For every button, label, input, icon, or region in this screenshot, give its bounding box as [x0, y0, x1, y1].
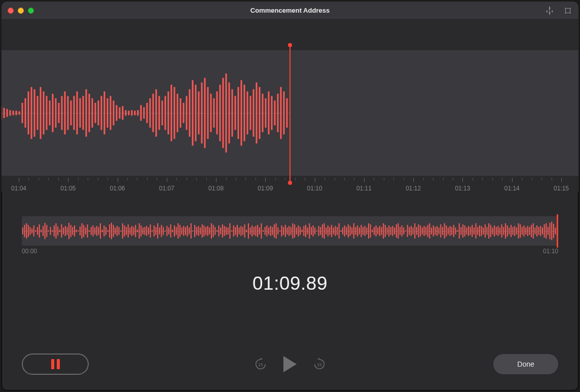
- pause-icon: [51, 359, 60, 369]
- overview-cursor[interactable]: [557, 214, 558, 248]
- titlebar: Commencement Address: [2, 2, 578, 20]
- pause-recording-button[interactable]: [22, 354, 89, 375]
- ruler-tick: 01:14: [504, 178, 520, 192]
- skip-forward-15-button[interactable]: 15: [312, 357, 327, 372]
- done-button-label: Done: [517, 360, 534, 368]
- overview-start-time: 00:00: [22, 248, 37, 255]
- ruler-tick: 01:05: [60, 178, 76, 192]
- window-controls: [8, 8, 34, 14]
- ruler-tick: 01:12: [406, 178, 421, 192]
- ruler-tick: 01:06: [110, 178, 125, 192]
- time-ruler: 01:0401:0501:0601:0701:0801:0901:1001:11…: [2, 178, 578, 192]
- ruler-tick: 01:13: [455, 178, 470, 192]
- voice-memos-window: Commencement Address 01:0: [2, 2, 578, 390]
- skip-back-15-button[interactable]: 15: [253, 357, 268, 372]
- waveform-zoom-view[interactable]: 01:0401:0501:0601:0701:0801:0901:1001:11…: [2, 20, 578, 192]
- enhance-icon[interactable]: [545, 6, 554, 15]
- trim-icon[interactable]: [563, 6, 572, 15]
- ruler-tick: 01:10: [307, 178, 322, 192]
- zoom-window-button[interactable]: [28, 8, 34, 14]
- svg-text:15: 15: [317, 362, 322, 367]
- window-title: Commencement Address: [2, 7, 578, 14]
- close-window-button[interactable]: [8, 8, 14, 14]
- ruler-tick: 01:15: [554, 178, 569, 192]
- ruler-tick: 01:04: [11, 178, 26, 192]
- svg-text:15: 15: [258, 362, 263, 367]
- transport-controls: 15 15 Done: [2, 350, 578, 378]
- play-button[interactable]: [283, 356, 297, 372]
- ruler-tick: 01:11: [356, 178, 372, 192]
- overview-end-time: 01:10: [543, 248, 558, 255]
- minimize-window-button[interactable]: [18, 8, 24, 14]
- ruler-tick: 01:07: [159, 178, 174, 192]
- waveform-overview[interactable]: [22, 216, 558, 246]
- ruler-tick: 01:09: [258, 178, 273, 192]
- waveform-overview-svg: [22, 216, 558, 246]
- elapsed-time-display: 01:09.89: [2, 273, 578, 294]
- playhead[interactable]: [289, 45, 291, 183]
- ruler-tick: 01:08: [208, 178, 224, 192]
- done-button[interactable]: Done: [493, 354, 558, 374]
